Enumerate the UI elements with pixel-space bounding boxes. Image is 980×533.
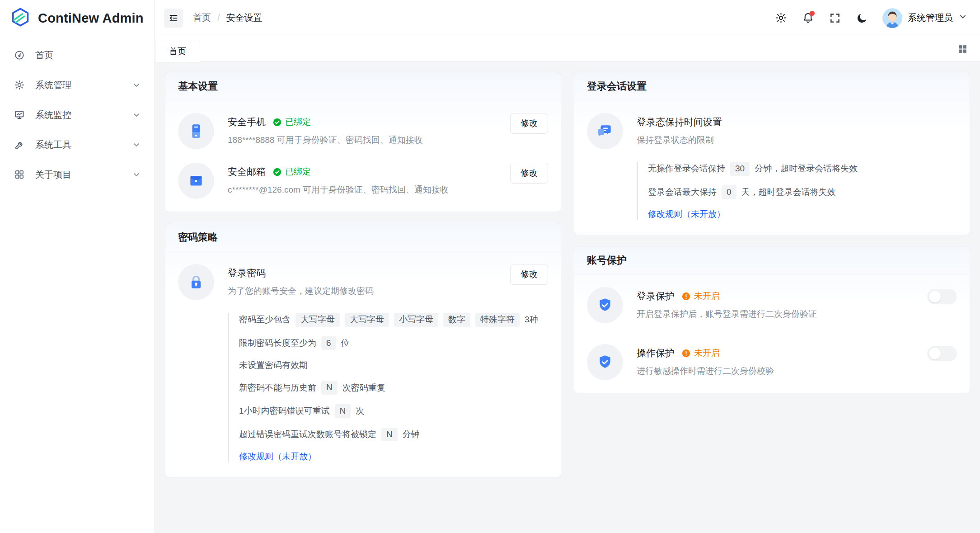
value-box: 0 — [722, 185, 736, 199]
row-desc-text: 可用于身份验证、密码找回、通知接收 — [303, 185, 449, 194]
breadcrumb-separator: / — [217, 13, 220, 23]
dashboard-icon — [14, 49, 25, 61]
logo-icon — [10, 7, 31, 30]
masked-phone: 188****8888 — [228, 135, 275, 145]
sidebar: ContiNew Admin 首页 系统管理 — [0, 0, 155, 533]
lock-icon — [178, 264, 214, 300]
tab-home[interactable]: 首页 — [155, 41, 200, 62]
notifications-button[interactable] — [797, 8, 818, 28]
rule-retry-times: 1小时内密码错误可重试 N 次 — [239, 404, 548, 418]
sidebar-item-home[interactable]: 首页 — [5, 42, 150, 68]
dark-mode-button[interactable] — [852, 8, 872, 28]
value-box: 6 — [321, 336, 336, 350]
status-badge: 已绑定 — [273, 116, 311, 128]
tag-digit: 数字 — [443, 313, 470, 327]
modify-phone-button[interactable]: 修改 — [510, 113, 548, 134]
shield-icon — [587, 287, 623, 323]
row-title: 安全手机 — [228, 116, 266, 128]
row-title: 登录保护 — [637, 290, 675, 302]
value-box: N — [321, 381, 338, 395]
tab-list-button[interactable] — [952, 38, 973, 59]
sidebar-item-label: 系统管理 — [35, 79, 132, 91]
breadcrumb-current: 安全设置 — [226, 12, 263, 24]
row-desc-text: 为了您的账号安全，建议定期修改密码 — [228, 286, 374, 296]
rule-no-expiry: 未设置密码有效期 — [239, 359, 548, 371]
modify-email-button[interactable]: 修改 — [510, 163, 548, 184]
app-logo: ContiNew Admin — [0, 0, 155, 36]
edit-rules-link[interactable]: 修改规则（未开放） — [648, 208, 957, 220]
card-title: 密码策略 — [178, 231, 218, 244]
operation-protection-row: 操作保护 未开启 — [587, 344, 957, 380]
email-icon — [178, 163, 214, 199]
row-title: 登录态保持时间设置 — [637, 116, 722, 128]
fullscreen-button[interactable] — [825, 8, 845, 28]
edit-rules-link[interactable]: 修改规则（未开放） — [239, 451, 548, 462]
user-menu[interactable]: 系统管理员 — [882, 8, 967, 28]
user-name: 系统管理员 — [908, 12, 953, 24]
sidebar-menu: 首页 系统管理 — [0, 36, 155, 192]
login-password-row: 登录密码 为了您的账号安全，建议定期修改密码 修改 — [178, 264, 548, 300]
status-text: 已绑定 — [285, 166, 311, 178]
password-rules: 密码至少包含 大写字母 大写字母 小写字母 数字 特殊字符 3种 限制密码长度至… — [228, 313, 548, 462]
avatar — [882, 8, 902, 28]
tab-label: 首页 — [169, 46, 186, 57]
tag-lowercase: 小写字母 — [394, 313, 438, 327]
monitor-icon — [14, 109, 25, 121]
toggle-knob — [929, 348, 941, 359]
row-desc-text: 保持登录状态的限制 — [637, 135, 714, 145]
notification-dot — [810, 11, 815, 16]
sidebar-item-system-monitor[interactable]: 系统监控 — [5, 102, 150, 127]
shield-icon — [587, 344, 623, 380]
row-desc-text: 可用于身份验证、密码找回、通知接收 — [277, 135, 423, 145]
chevron-down-icon — [958, 12, 967, 24]
secure-email-row: 安全邮箱 已绑定 — [178, 163, 548, 199]
modify-password-button[interactable]: 修改 — [510, 264, 548, 285]
sidebar-item-label: 关于项目 — [35, 169, 132, 181]
breadcrumb-home[interactable]: 首页 — [193, 12, 211, 24]
row-desc-text: 进行敏感操作时需进行二次身份校验 — [637, 366, 774, 376]
warning-circle-icon — [682, 292, 690, 301]
check-circle-icon — [273, 118, 281, 127]
chat-icon — [587, 113, 623, 149]
menu-fold-icon — [168, 13, 179, 24]
settings-icon — [14, 79, 25, 91]
value-box: 30 — [730, 162, 750, 176]
secure-phone-row: 安全手机 已绑定 — [178, 113, 548, 149]
rule-lock-minutes: 超过错误密码重试次数账号将被锁定 N 分钟 — [239, 428, 548, 442]
breadcrumb: 首页 / 安全设置 — [193, 12, 263, 24]
operation-protection-toggle[interactable] — [927, 346, 957, 361]
toggle-knob — [929, 291, 941, 302]
sidebar-item-label: 首页 — [35, 49, 141, 61]
status-badge: 已绑定 — [273, 166, 311, 178]
row-title: 登录密码 — [228, 267, 266, 279]
page-content: 基本设置 — [155, 62, 980, 533]
grid-icon — [957, 43, 968, 55]
status-text: 已绑定 — [285, 116, 311, 128]
chevron-down-icon — [132, 110, 141, 119]
row-title: 操作保护 — [637, 347, 675, 359]
moon-icon — [856, 12, 868, 24]
app-window: ContiNew Admin 首页 系统管理 — [0, 0, 980, 533]
chevron-down-icon — [132, 170, 141, 179]
fullscreen-icon — [829, 12, 841, 24]
value-box: N — [335, 404, 351, 418]
login-protection-toggle[interactable] — [927, 289, 957, 304]
sidebar-item-label: 系统工具 — [35, 139, 132, 151]
row-title: 安全邮箱 — [228, 165, 266, 178]
rule-history-repeat: 新密码不能与历史前 N 次密码重复 — [239, 381, 548, 395]
rule-max-session: 登录会话最大保持 0 天，超时登录会话将失效 — [648, 185, 957, 199]
sidebar-item-system-management[interactable]: 系统管理 — [5, 72, 150, 98]
wrench-icon — [14, 139, 25, 151]
settings-button[interactable] — [770, 8, 791, 28]
masked-email: c********@126.com — [228, 185, 300, 194]
status-text: 未开启 — [694, 290, 720, 302]
sidebar-item-system-tools[interactable]: 系统工具 — [5, 132, 150, 157]
card-session-settings: 登录会话设置 — [574, 72, 970, 235]
card-title: 基本设置 — [178, 80, 218, 93]
tag-uppercase: 大写字母 — [345, 313, 389, 327]
session-keep-row: 登录态保持时间设置 保持登录状态的限制 — [587, 113, 957, 149]
tag-special: 特殊字符 — [475, 313, 520, 327]
sidebar-collapse-button[interactable] — [164, 9, 183, 28]
sidebar-item-about-project[interactable]: 关于项目 — [5, 162, 150, 187]
row-desc-text: 开启登录保护后，账号登录需进行二次身份验证 — [637, 309, 817, 319]
